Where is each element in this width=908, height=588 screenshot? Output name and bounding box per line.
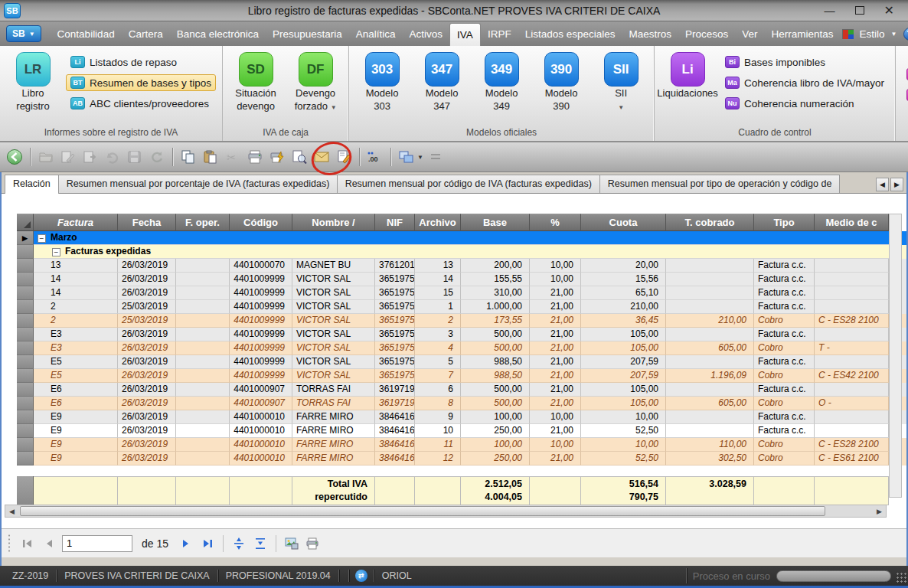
grid-cell[interactable] <box>815 300 889 314</box>
grid-cell[interactable]: 38464168 <box>375 424 415 438</box>
grid-cell[interactable]: VICTOR SAL <box>292 273 375 286</box>
grid-cell[interactable]: 4401009999 <box>230 369 292 383</box>
back-icon[interactable] <box>5 147 24 167</box>
grid-cell[interactable]: Cobro <box>754 341 815 355</box>
grid-cell[interactable]: 4401009999 <box>230 341 292 355</box>
grid-cell[interactable] <box>176 273 230 286</box>
column-header-cuota[interactable]: Cuota <box>581 214 666 231</box>
table-row[interactable]: E526/03/20194401009999VICTOR SAL36519758… <box>17 369 906 383</box>
table-row[interactable]: E926/03/20194401000010FARRE MIRO38464168… <box>17 410 906 424</box>
row-indicator[interactable] <box>17 383 34 397</box>
grid-cell[interactable]: 110,00 <box>666 438 754 452</box>
ribbon-item-bi[interactable]: BiBases imponibles <box>720 54 889 70</box>
ribbon-button-lr[interactable]: LRLibroregistro <box>6 51 60 113</box>
grid-cell[interactable] <box>666 300 754 314</box>
scrollbar-thumb[interactable] <box>20 506 825 516</box>
grid-cell[interactable]: 20,00 <box>581 259 666 273</box>
table-row[interactable]: 225/03/20194401009999VICTOR SAL365197582… <box>17 314 906 328</box>
save-icon[interactable] <box>125 147 145 167</box>
ribbon-item-ab[interactable]: ABABC clientes/proveedores <box>66 95 216 112</box>
grid-cell[interactable]: 13 <box>415 259 461 273</box>
grid-cell[interactable]: 26/03/2019 <box>118 410 176 424</box>
grid-cell[interactable]: E9 <box>34 424 118 438</box>
grid-cell[interactable]: 25/03/2019 <box>118 314 176 328</box>
grid-cell[interactable]: Factura c.c. <box>754 410 815 424</box>
grid-cell[interactable]: 14 <box>415 273 461 286</box>
grid-cell[interactable]: E3 <box>34 328 118 341</box>
grid-cell[interactable]: 310,00 <box>461 286 530 300</box>
grid-cell[interactable]: 21,00 <box>530 341 581 355</box>
grid-cell[interactable]: T - <box>815 341 889 355</box>
grid-cell[interactable]: 11 <box>415 438 461 452</box>
grid-cell[interactable]: 65,10 <box>581 286 666 300</box>
table-row[interactable]: 1426/03/20194401009999VICTOR SAL36519758… <box>17 273 906 286</box>
grid-cell[interactable]: Cobro <box>754 369 815 383</box>
ribbon-button-349[interactable]: 349Modelo349 <box>475 51 528 113</box>
grid-cell[interactable] <box>176 259 230 273</box>
vertical-scrollbar[interactable] <box>889 214 902 498</box>
row-indicator[interactable] <box>17 452 34 466</box>
ribbon-button-347[interactable]: 347Modelo347 <box>415 51 469 113</box>
column-header-fecha[interactable]: Fecha <box>118 214 176 231</box>
grid-cell[interactable] <box>666 383 754 397</box>
grid-cell[interactable]: VICTOR SAL <box>292 341 375 355</box>
menu-item-cartera[interactable]: Cartera <box>122 24 170 44</box>
grid-cell[interactable] <box>815 383 889 397</box>
grid-cell[interactable]: Cobro <box>754 314 815 328</box>
row-indicator[interactable] <box>17 259 34 273</box>
grid-cell[interactable]: 9 <box>415 410 461 424</box>
scroll-right-icon[interactable]: ▶ <box>873 505 886 517</box>
grid-cell[interactable] <box>666 355 754 369</box>
grid-cell[interactable]: 4401000010 <box>230 424 292 438</box>
grid-cell[interactable]: 52,50 <box>581 452 666 466</box>
grid-cell[interactable]: 7 <box>415 369 461 383</box>
cut-icon[interactable]: ✂ <box>223 147 243 167</box>
grid-cell[interactable]: FARRE MIRO <box>292 410 375 424</box>
grid-cell[interactable]: 21,00 <box>530 424 581 438</box>
grid-cell[interactable]: Factura c.c. <box>754 273 815 286</box>
grid-cell[interactable] <box>815 273 889 286</box>
resize-grip[interactable] <box>896 572 906 583</box>
grid-cell[interactable] <box>666 328 754 341</box>
grid-cell[interactable] <box>815 355 889 369</box>
grid-cell[interactable]: 1 <box>415 300 461 314</box>
grid-cell[interactable]: 36519758 <box>375 314 415 328</box>
ribbon-item-bt[interactable]: BTResumen de bases y tipos <box>66 74 216 91</box>
tab-3[interactable]: Resumen mensual por tipo de operación y … <box>599 175 841 193</box>
grid-cell[interactable]: MAGNET BU <box>292 259 375 273</box>
menu-item-maestros[interactable]: Maestros <box>622 24 678 44</box>
grid-cell[interactable]: O - <box>815 397 889 410</box>
grid-cell[interactable]: Factura c.c. <box>754 259 815 273</box>
grid-cell[interactable]: 1.000,00 <box>461 300 530 314</box>
grid-cell[interactable]: 26/03/2019 <box>118 438 176 452</box>
grid-cell[interactable]: 36519758 <box>375 286 415 300</box>
grid-cell[interactable]: FARRE MIRO <box>292 452 375 466</box>
grid-cell[interactable]: 25/03/2019 <box>118 300 176 314</box>
grid-cell[interactable]: 10,00 <box>581 410 666 424</box>
ribbon-item-nu[interactable]: NuCoherencia numeración <box>720 95 889 112</box>
grid-cell[interactable]: 250,00 <box>461 452 530 466</box>
export-record-icon[interactable] <box>80 147 100 167</box>
grid-cell[interactable]: 173,55 <box>461 314 530 328</box>
grid-cell[interactable]: 36197191 <box>375 383 415 397</box>
ribbon-button-df[interactable]: DFDevengoforzado ▼ <box>289 51 342 114</box>
grid-cell[interactable]: 36197191 <box>375 397 415 410</box>
maximize-button[interactable] <box>855 6 864 15</box>
grid-cell[interactable]: TORRAS FAI <box>292 383 375 397</box>
row-indicator[interactable] <box>17 355 34 369</box>
grid-cell[interactable]: E9 <box>34 410 118 424</box>
grid-cell[interactable]: 4401000907 <box>230 397 292 410</box>
row-indicator[interactable] <box>17 369 34 383</box>
report-edit-icon[interactable] <box>334 147 354 167</box>
window-layout-icon[interactable] <box>397 147 416 167</box>
tab-0[interactable]: Relación <box>5 175 59 194</box>
grid-cell[interactable]: 21,00 <box>530 369 581 383</box>
grid-cell[interactable] <box>176 438 230 452</box>
grid-cell[interactable]: 4401000070 <box>230 259 292 273</box>
grid-cell[interactable]: 4401009999 <box>230 355 292 369</box>
row-indicator[interactable] <box>17 314 34 328</box>
grid-cell[interactable]: E5 <box>34 369 118 383</box>
grid-cell[interactable]: 105,00 <box>581 328 666 341</box>
ribbon-item-li[interactable]: LiListados de repaso <box>66 54 216 70</box>
grid-cell[interactable]: 38464168 <box>375 438 415 452</box>
